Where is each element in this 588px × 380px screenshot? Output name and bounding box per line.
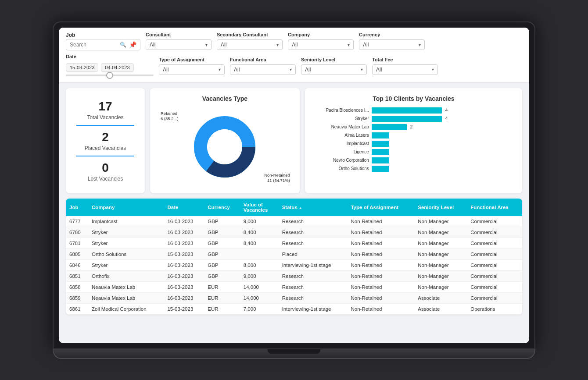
table-cell: Non-Retained bbox=[347, 259, 414, 270]
search-box[interactable]: 🔍 📌 bbox=[66, 39, 140, 50]
currency-select[interactable]: All ▾ bbox=[359, 39, 425, 50]
table-row: 6851Orthofix16-03-2023GBP9,000ResearchNo… bbox=[66, 270, 522, 281]
table-cell: 6851 bbox=[66, 270, 88, 281]
table-row: 6777Implantcast16-03-2023GBP9,000Researc… bbox=[66, 216, 522, 227]
bar-row: Alma Lasers bbox=[312, 132, 515, 139]
table-cell: 9,000 bbox=[240, 270, 279, 281]
table-cell: GBP bbox=[204, 227, 240, 238]
table-row: 6861Zoll Medical Corporation15-03-2023EU… bbox=[66, 303, 522, 314]
secondary-consultant-select[interactable]: All ▾ bbox=[217, 39, 283, 50]
search-icon: 🔍 bbox=[120, 42, 126, 48]
type-assignment-select[interactable]: All ▾ bbox=[159, 64, 225, 75]
table-cell: Non-Retained bbox=[347, 216, 414, 227]
col-status[interactable]: Status bbox=[279, 199, 348, 216]
bar-row: Nevro Corporation bbox=[312, 157, 515, 163]
col-company: Company bbox=[88, 199, 164, 216]
donut-hole bbox=[207, 129, 242, 164]
table-cell: 8,400 bbox=[240, 227, 279, 238]
table-cell: 6777 bbox=[66, 216, 88, 227]
bar-fill bbox=[372, 149, 389, 155]
bar-name: Ligence bbox=[312, 149, 369, 154]
table-cell: EUR bbox=[204, 303, 240, 314]
type-assignment-chevron: ▾ bbox=[219, 67, 221, 72]
slider-track[interactable] bbox=[66, 75, 154, 76]
table-cell: GBP bbox=[204, 216, 240, 227]
bar-fill bbox=[372, 166, 389, 172]
lost-vacancies-label: Lost Vacancies bbox=[76, 176, 134, 182]
table-cell: Non-Retained bbox=[347, 281, 414, 292]
table-cell: Research bbox=[279, 238, 348, 249]
donut-retained-label: Retained6 (35.2...) bbox=[161, 111, 179, 122]
donut-chart-card: Vacancies Type bbox=[150, 88, 300, 193]
table-cell: Commercial bbox=[467, 292, 522, 303]
date-start[interactable]: 15-03-2023 bbox=[66, 63, 98, 72]
bar-fill bbox=[372, 157, 389, 163]
table-cell: Commercial bbox=[467, 281, 522, 292]
col-currency: Currency bbox=[204, 199, 240, 216]
table-cell: GBP bbox=[204, 259, 240, 270]
total-fee-chevron: ▾ bbox=[432, 67, 434, 72]
slider-thumb[interactable] bbox=[106, 72, 113, 79]
table-cell bbox=[240, 249, 279, 259]
table-cell: Ortho Solutions bbox=[88, 249, 164, 259]
table-cell: EUR bbox=[204, 292, 240, 303]
total-fee-select[interactable]: All ▾ bbox=[372, 64, 438, 75]
bar-fill bbox=[372, 124, 407, 130]
date-end[interactable]: 04-04-2023 bbox=[101, 63, 133, 72]
consultant-select[interactable]: All ▾ bbox=[146, 39, 212, 50]
table-cell: Research bbox=[279, 216, 348, 227]
table-cell: Non-Retained bbox=[347, 238, 414, 249]
table-cell: 16-03-2023 bbox=[164, 216, 204, 227]
table-cell: 16-03-2023 bbox=[164, 227, 204, 238]
table-row: 6859Neauvia Matex Lab16-03-2023EUR14,000… bbox=[66, 292, 522, 303]
table-cell: Non-Manager bbox=[414, 281, 467, 292]
company-select[interactable]: All ▾ bbox=[288, 39, 354, 50]
currency-filter: Currency All ▾ bbox=[359, 32, 425, 50]
placed-vacancies-label: Placed Vacancies bbox=[76, 145, 134, 151]
currency-chevron: ▾ bbox=[419, 43, 421, 47]
functional-area-select[interactable]: All ▾ bbox=[230, 64, 296, 75]
table-cell: Non-Retained bbox=[347, 249, 414, 259]
secondary-consultant-chevron: ▾ bbox=[276, 43, 279, 47]
search-input[interactable] bbox=[70, 42, 118, 48]
bar-fill bbox=[372, 116, 442, 122]
table-cell: Non-Retained bbox=[347, 270, 414, 281]
bar-row: Implantcast bbox=[312, 141, 515, 147]
pin-icon[interactable]: 📌 bbox=[129, 41, 136, 48]
placed-vacancies-number: 2 bbox=[76, 130, 134, 144]
lost-vacancies-stat: 0 Lost Vacancies bbox=[76, 161, 134, 182]
table-cell: Associate bbox=[414, 303, 467, 314]
seniority-level-filter: Seniority Level All ▾ bbox=[301, 57, 367, 75]
table-cell: 16-03-2023 bbox=[164, 292, 204, 303]
total-vacancies-number: 17 bbox=[76, 99, 134, 114]
table-cell: Commercial bbox=[467, 227, 522, 238]
bar-name: Stryker bbox=[312, 116, 369, 121]
table-cell: Neauvia Matex Lab bbox=[88, 292, 164, 303]
col-seniority: Seniority Level bbox=[414, 199, 467, 216]
table-card: Job Company Date Currency Value ofVacanc… bbox=[66, 199, 522, 315]
consultant-value: All bbox=[150, 42, 155, 48]
secondary-consultant-filter: Secondary Consultant All ▾ bbox=[217, 32, 283, 50]
table-row: 6780Stryker16-03-2023GBP8,400ResearchNon… bbox=[66, 227, 522, 238]
seniority-level-chevron: ▾ bbox=[361, 67, 363, 72]
filter-row-2: Date 15-03-2023 04-04-2023 bbox=[66, 54, 522, 78]
table-cell: Stryker bbox=[88, 238, 164, 249]
company-filter: Company All ▾ bbox=[288, 32, 354, 50]
functional-area-filter: Functional Area All ▾ bbox=[230, 57, 296, 75]
laptop-screen: Job 🔍 📌 Consultant All ▾ bbox=[53, 21, 535, 349]
table-cell: 16-03-2023 bbox=[164, 259, 204, 270]
bar-name: Pacira Biosciences I... bbox=[312, 108, 369, 113]
type-assignment-value: All bbox=[163, 67, 169, 73]
table-cell: Commercial bbox=[467, 270, 522, 281]
table-cell: Non-Manager bbox=[414, 259, 467, 270]
stats-card: 17 Total Vacancies 2 Placed Vacancies 0 … bbox=[66, 88, 145, 193]
table-cell: 16-03-2023 bbox=[164, 270, 204, 281]
job-label: Job bbox=[66, 32, 140, 38]
bar-chart-card: Top 10 Clients by Vacancies Pacira Biosc… bbox=[305, 88, 522, 193]
bar-fill bbox=[372, 107, 442, 114]
table-row: 6805Ortho Solutions15-03-2023GBPPlacedNo… bbox=[66, 249, 522, 259]
table-cell: Placed bbox=[279, 249, 348, 259]
table-cell: GBP bbox=[204, 238, 240, 249]
seniority-level-select[interactable]: All ▾ bbox=[301, 64, 367, 75]
date-range: 15-03-2023 04-04-2023 bbox=[66, 63, 154, 72]
